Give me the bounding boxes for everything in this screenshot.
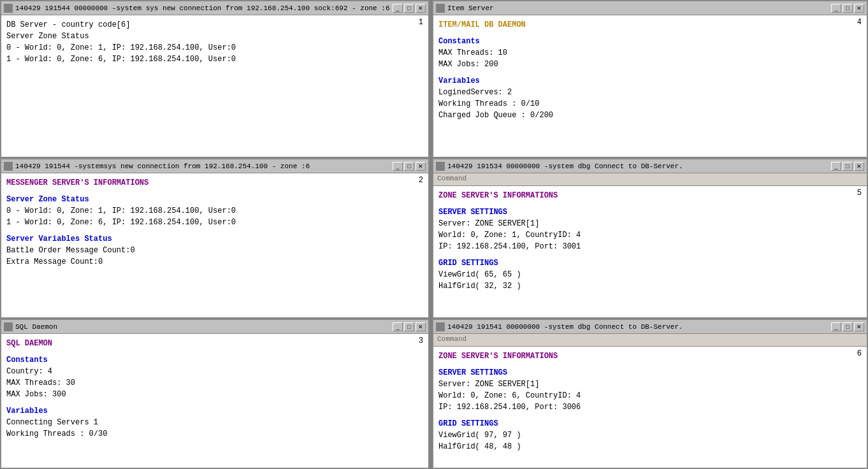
titlebar-win5[interactable]: 140429 191534 00000000 -system dbg Conne… (433, 159, 867, 173)
win3-working-threads: Working Threads : 0/30 (6, 428, 423, 440)
win4-variables-label: Variables (438, 75, 862, 87)
win4-max-jobs: MAX Jobs: 200 (438, 59, 862, 70)
win4-title: Item Server (447, 4, 494, 12)
win2-heading: MESSENGER SERVER'S INFORMATIONS (6, 177, 423, 189)
win6-minimize[interactable]: _ (831, 322, 841, 331)
win4-number: 4 (857, 18, 862, 27)
win2-number: 2 (419, 176, 423, 185)
win2-controls[interactable]: _ □ ✕ (393, 162, 426, 171)
win4-controls[interactable]: _ □ ✕ (831, 4, 864, 13)
win6-content: 6 ZONE SERVER'S INFORMATIONS SERVER SETT… (433, 347, 867, 468)
win4-content: 4 ITEM/MAIL DB DAEMON Constants MAX Thre… (433, 15, 867, 157)
win5-grid-settings-label: GRID SETTINGS (438, 257, 862, 269)
win3-maximize[interactable]: □ (404, 322, 414, 331)
win5-server-name: Server: ZONE SERVER[1] (438, 218, 862, 229)
win6-controls[interactable]: _ □ ✕ (831, 322, 864, 331)
win5-minimize[interactable]: _ (831, 162, 841, 171)
win2-icon (4, 162, 13, 171)
window-zone-server-1: 140429 191534 00000000 -system dbg Conne… (432, 158, 868, 319)
window-item-server: Item Server _ □ ✕ 4 ITEM/MAIL DB DAEMON … (432, 0, 868, 158)
win6-title: 140429 191541 00000000 -system dbg Conne… (447, 323, 683, 331)
win1-zone1: 1 - World: 0, Zone: 6, IP: 192.168.254.1… (6, 54, 423, 65)
win4-close[interactable]: ✕ (854, 4, 864, 13)
win6-close[interactable]: ✕ (854, 322, 864, 331)
win5-view-grid: ViewGrid( 65, 65 ) (438, 269, 862, 280)
win6-cmd-label: Command (437, 335, 467, 343)
win5-maximize[interactable]: □ (843, 162, 853, 171)
win3-number: 3 (419, 336, 423, 345)
win1-maximize[interactable]: □ (404, 4, 414, 13)
window-db-server: 140429 191544 00000000 -system sys new c… (0, 0, 430, 158)
win2-zone1: 1 - World: 0, Zone: 6, IP: 192.168.254.1… (6, 217, 423, 228)
win3-minimize[interactable]: _ (393, 322, 403, 331)
win1-close[interactable]: ✕ (416, 4, 426, 13)
win1-content: 1 DB Server - country code[6] Server Zon… (1, 15, 428, 157)
win2-close[interactable]: ✕ (416, 162, 426, 171)
win6-view-grid: ViewGrid( 97, 97 ) (438, 429, 862, 441)
win1-zone0: 0 - World: 0, Zone: 1, IP: 192.168.254.1… (6, 42, 423, 54)
win4-heading: ITEM/MAIL DB DAEMON (438, 19, 862, 31)
win3-content: 3 SQL DAEMON Constants Country: 4 MAX Th… (1, 334, 428, 468)
win2-zone0: 0 - World: 0, Zone: 1, IP: 192.168.254.1… (6, 205, 423, 217)
win4-charged-job: Charged Job Queue : 0/200 (438, 110, 862, 121)
win1-icon (4, 4, 13, 13)
win5-ip-port: IP: 192.168.254.100, Port: 3001 (438, 241, 862, 252)
win4-maximize[interactable]: □ (843, 4, 853, 13)
win6-icon (436, 322, 445, 331)
win5-number: 5 (857, 189, 862, 198)
win5-world-zone: World: 0, Zone: 1, CountryID: 4 (438, 229, 862, 241)
win6-ip-port: IP: 192.168.254.100, Port: 3006 (438, 401, 862, 413)
win3-max-threads: MAX Threads: 30 (6, 377, 423, 389)
window-messenger: 140429 191544 -systemsys new connection … (0, 158, 430, 319)
titlebar-win3[interactable]: SQL Daemon _ □ ✕ (1, 320, 428, 334)
win3-max-jobs: MAX Jobs: 300 (6, 389, 423, 400)
win3-title: SQL Daemon (15, 323, 57, 331)
win1-minimize[interactable]: _ (393, 4, 403, 13)
win4-icon (436, 4, 445, 13)
win1-number: 1 (419, 18, 423, 27)
win3-icon (4, 322, 13, 331)
win2-battle-order: Battle Order Message Count:0 (6, 245, 423, 256)
win1-heading: DB Server - country code[6] (6, 19, 423, 31)
win3-heading: SQL DAEMON (6, 338, 423, 349)
win2-server-vars-status-label: Server Variables Status (6, 233, 423, 245)
win5-content: 5 ZONE SERVER'S INFORMATIONS SERVER SETT… (433, 186, 867, 317)
win3-close[interactable]: ✕ (416, 322, 426, 331)
win1-title: 140429 191544 00000000 -system sys new c… (15, 4, 390, 12)
win5-cmd-bar: Command (433, 173, 867, 186)
window-zone-server-2: 140429 191541 00000000 -system dbg Conne… (432, 319, 868, 469)
win2-extra-message: Extra Message Count:0 (6, 256, 423, 268)
win6-number: 6 (857, 349, 862, 358)
win3-constants-label: Constants (6, 354, 423, 366)
win5-icon (436, 162, 445, 171)
win4-working-threads: Working Threads : 0/10 (438, 98, 862, 110)
win5-heading: ZONE SERVER'S INFORMATIONS (438, 190, 862, 201)
win3-controls[interactable]: _ □ ✕ (393, 322, 426, 331)
win6-cmd-bar: Command (433, 334, 867, 347)
titlebar-win4[interactable]: Item Server _ □ ✕ (433, 1, 867, 15)
win3-variables-label: Variables (6, 405, 423, 417)
win5-title: 140429 191534 00000000 -system dbg Conne… (447, 162, 683, 170)
win2-maximize[interactable]: □ (404, 162, 414, 171)
win5-close[interactable]: ✕ (854, 162, 864, 171)
win2-minimize[interactable]: _ (393, 162, 403, 171)
win6-grid-settings-label: GRID SETTINGS (438, 418, 862, 429)
win4-logined-serves: LoginedServes: 2 (438, 87, 862, 98)
titlebar-win2[interactable]: 140429 191544 -systemsys new connection … (1, 159, 428, 173)
win2-title: 140429 191544 -systemsys new connection … (15, 162, 310, 170)
titlebar-win1[interactable]: 140429 191544 00000000 -system sys new c… (1, 1, 428, 15)
win6-server-settings-label: SERVER SETTINGS (438, 367, 862, 379)
win3-country: Country: 4 (6, 366, 423, 377)
win2-server-zone-status-label: Server Zone Status (6, 194, 423, 205)
win6-heading: ZONE SERVER'S INFORMATIONS (438, 350, 862, 362)
win5-controls[interactable]: _ □ ✕ (831, 162, 864, 171)
win6-maximize[interactable]: □ (843, 322, 853, 331)
win4-minimize[interactable]: _ (831, 4, 841, 13)
win1-controls[interactable]: _ □ ✕ (393, 4, 426, 13)
window-sql-daemon: SQL Daemon _ □ ✕ 3 SQL DAEMON Constants … (0, 319, 430, 469)
win6-world-zone: World: 0, Zone: 6, CountryID: 4 (438, 390, 862, 401)
win5-half-grid: HalfGrid( 32, 32 ) (438, 280, 862, 292)
win1-subheading: Server Zone Status (6, 31, 423, 42)
win6-server-name: Server: ZONE SERVER[1] (438, 379, 862, 390)
titlebar-win6[interactable]: 140429 191541 00000000 -system dbg Conne… (433, 320, 867, 334)
